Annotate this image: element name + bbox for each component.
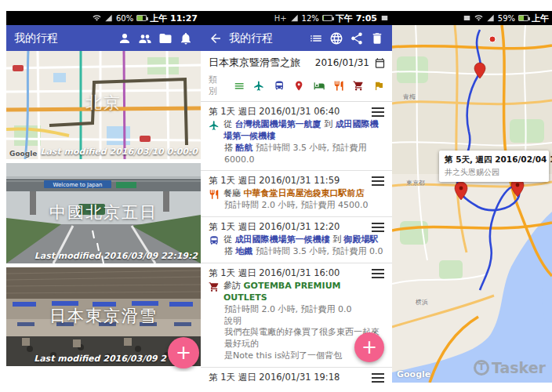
item-day: 第 1天 週日 2016/01/31 12:20 [209,221,384,233]
trip-title: 日本東京滑雪 [6,305,201,327]
plus-icon: + [361,338,377,357]
trip-header: 日本東京暨滑雪之旅 2016/01/31 [201,51,392,71]
add-trip-fab[interactable]: + [168,337,199,368]
battery-percent: 60% [116,14,133,23]
phone-screen-itinerary: H+ 12% 下午 7:05 我的行程 日本東京暨滑雪之旅 2016/01/31… [201,11,392,383]
filter-flag-icon[interactable] [373,80,384,92]
trip-card-china-beijing[interactable]: Welcome to Japan 中國北京五日 Last modified 20… [6,163,201,263]
carrier: 酷航 [236,143,253,153]
folder-icon[interactable] [158,31,172,45]
last-modified: Last modified 2016/03/10 0:00:0 [40,147,198,157]
phone-screen-map: 59% 上午 [392,11,552,383]
drag-handle[interactable] [372,373,384,383]
calendar-icon[interactable] [374,57,386,69]
itinerary-item-transit[interactable]: 第 1天 週日 2016/01/31 12:20 從 成田國際機場第一候機樓 到… [201,217,392,263]
map-label: 東京都 [406,179,425,187]
signal-icon [486,14,495,22]
info-place-name: 井之头恩赐公园 [445,167,543,178]
share-icon[interactable] [350,31,364,45]
flight-icon [209,120,220,131]
wifi-icon [474,14,483,22]
app-title: 我的行程 [14,31,111,45]
map-view[interactable]: 東京都 横浜 青梅 第 5天, 週四 2016/02/04 10:26 井之头恩… [392,25,552,383]
composite-screenshot: 60% 上午 11:27 我的行程 [0,0,552,392]
trip-title: 中國北京五日 [6,201,201,223]
item-day: 第 1天 週日 2016/01/31 11:59 [209,175,384,187]
trip-name: 日本東京暨滑雪之旅 [209,56,310,70]
item-day: 第 1天 週日 2016/01/31 06:40 [209,106,384,118]
filter-restaurant-icon[interactable] [333,80,344,92]
signal-icon [104,14,113,22]
map-canvas [392,25,552,383]
battery-percent: 59% [498,14,515,23]
screenshot-icon [380,14,389,22]
wifi-icon [93,14,101,22]
map-label: 横浜 [416,298,428,307]
filter-shopping-icon[interactable] [353,80,364,92]
google-logo: Google [397,369,430,379]
svg-text:Welcome to Japan: Welcome to Japan [53,182,102,188]
plus-icon: + [176,343,191,362]
filter-label: 類別 [209,74,225,97]
status-time: 下午 7:05 [336,13,377,24]
itinerary-item-flight[interactable]: 第 1天 週日 2016/01/31 06:40 從 台灣桃園機場第一航廈 到 … [201,102,392,171]
status-bar: 59% 上午 [392,11,552,25]
person-icon[interactable] [118,31,132,45]
drag-handle[interactable] [372,223,384,234]
status-bar: 60% 上午 11:27 [6,11,201,25]
transit-icon [209,235,220,246]
filter-hotel-icon[interactable] [314,80,325,92]
filter-all-icon[interactable] [234,80,245,92]
drag-handle[interactable] [372,176,384,188]
app-bar: 我的行程 [6,25,201,51]
bell-icon[interactable] [179,31,193,45]
text: 搭 [224,143,236,153]
google-logo: Google [9,150,37,158]
back-icon[interactable] [209,31,223,45]
note-label: 說明 [224,316,242,326]
item-day: 第 1天 週日 2016/01/31 16:00 [209,267,384,279]
battery-icon [322,15,332,21]
trip-card-beijing[interactable]: 北京 Google Last modified 2016/03/10 0:00:… [6,51,201,159]
itinerary-item-restaurant[interactable]: 第 1天 週日 2016/01/31 11:59 餐廳 中華食堂日高屋池袋東口駅… [201,171,392,217]
filter-transit-icon[interactable] [274,80,285,92]
delete-icon[interactable] [370,31,384,45]
add-item-fab[interactable]: + [354,332,384,362]
globe-icon[interactable] [329,31,343,45]
battery-icon [136,15,147,21]
text: 搭 [224,246,236,256]
text: 從 [223,119,235,129]
shopping-cart-icon [209,281,220,292]
reorder-icon[interactable] [309,31,323,45]
tasker-watermark: Tasker [474,359,546,376]
phone-screen-trip-list: 60% 上午 11:27 我的行程 [6,11,201,372]
drag-handle[interactable] [372,107,384,119]
last-modified: Last modified 2016/03/09 2 [34,354,166,364]
tasker-wordmark: Tasker [492,359,546,376]
text: 參訪 [223,281,244,291]
status-time: 上午 [532,13,549,24]
trip-title: 北京 [6,92,201,114]
drag-handle[interactable] [372,269,384,281]
app-bar: 我的行程 [201,25,392,51]
last-modified: Last modified 2016/03/09 22:19:2 [34,251,198,261]
filter-place-icon[interactable] [293,80,304,92]
screenshot-icon [463,14,471,22]
note-text: 是Note this is站到了一個背包 [224,350,342,361]
battery-icon [518,15,528,21]
signal-icon [290,14,299,22]
info-day-time: 第 5天, 週四 2016/02/04 10:26 [445,154,543,165]
status-time: 上午 11:27 [150,13,198,24]
tasker-logo-icon [474,360,489,376]
group-icon[interactable] [138,31,152,45]
itinerary-item-restaurant[interactable]: 第 1天 週日 2016/01/31 19:18 餐廳 きっさこ 預計時間 1.… [201,368,392,383]
text: 到 [330,234,344,245]
marker-info-window[interactable]: 第 5天, 週四 2016/02/04 10:26 井之头恩赐公园 [439,151,549,182]
text: 到 [321,119,336,129]
filter-flight-icon[interactable] [253,80,264,92]
category-filter-row: 類別 [201,71,392,102]
status-bar: H+ 12% 下午 7:05 [201,11,392,25]
estimate: 預計時間 2.0 小時, 預計費用 0.0 [224,304,351,314]
network-type: H+ [274,14,287,23]
trip-date[interactable]: 2016/01/31 [315,57,369,68]
